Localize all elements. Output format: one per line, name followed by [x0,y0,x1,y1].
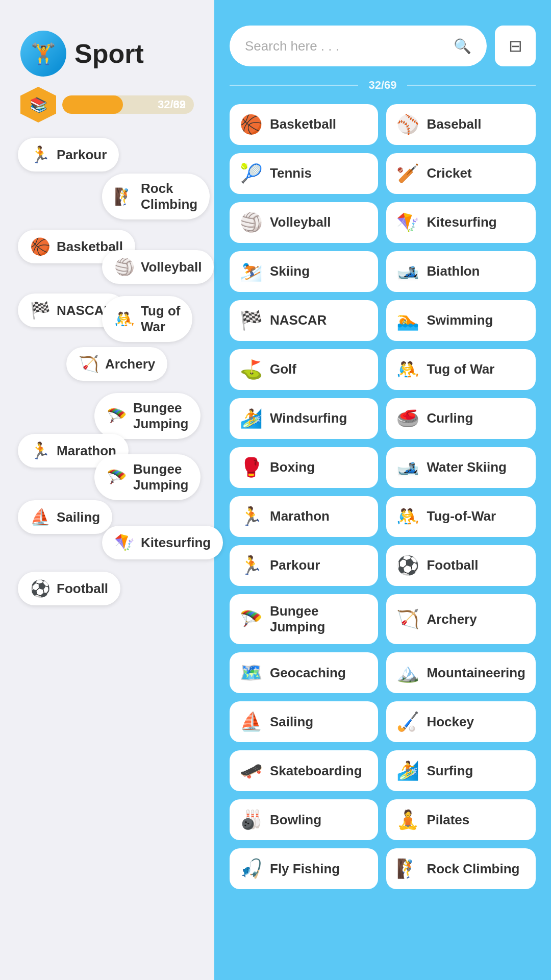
filter-button[interactable]: ⊟ [495,26,536,66]
grid-item-windsurfing[interactable]: 🏄Windsurfing [230,398,378,439]
grid-item-football[interactable]: ⚽Football [386,545,536,586]
count-line-left [230,85,358,86]
progress-bar-fill [62,95,123,114]
grid-item-nascar[interactable]: 🏁NASCAR [230,300,378,341]
left-panel: 🏋️ Sport 📚 32 32/69 🏃 Parkour 🧗 RockClim… [0,0,214,980]
grid-item-surfing[interactable]: 🏄Surfing [386,750,536,791]
grid-item-volleyball[interactable]: 🏐Volleyball [230,202,378,243]
grid-item-tug-of-war[interactable]: 🤼Tug-of-War [386,496,536,537]
grid-item-pilates[interactable]: 🧘Pilates [386,799,536,840]
count-line-right [407,85,536,86]
count-row: 32/69 [230,79,536,92]
grid-item-tug-of-war[interactable]: 🤼Tug of War [386,349,536,390]
grid-item-tennis[interactable]: 🎾Tennis [230,153,378,194]
search-placeholder: Search here . . . [245,38,447,54]
left-tag-tug-of-war[interactable]: 🤼 Tug ofWar [102,296,192,342]
grid-item-parkour[interactable]: 🏃Parkour [230,545,378,586]
left-tag-bungee1[interactable]: 🪂 BungeeJumping [94,393,201,439]
grid-item-skateboarding[interactable]: 🛹Skateboarding [230,750,378,791]
app-logo: 🏋️ [20,31,66,77]
app-title: Sport [74,38,144,69]
grid-item-basketball[interactable]: 🏀Basketball [230,104,378,145]
grid-item-rock-climbing[interactable]: 🧗Rock Climbing [386,848,536,889]
grid-item-skiing[interactable]: ⛷️Skiing [230,251,378,292]
grid-item-baseball[interactable]: ⚾Baseball [386,104,536,145]
grid-item-kitesurfing[interactable]: 🪁Kitesurfing [386,202,536,243]
left-tag-parkour[interactable]: 🏃 Parkour [18,138,119,172]
app-header: 🏋️ Sport [0,0,214,87]
grid-item-bungee-jumping[interactable]: 🪂Bungee Jumping [230,594,378,644]
grid-item-boxing[interactable]: 🥊Boxing [230,447,378,488]
grid-item-curling[interactable]: 🥌Curling [386,398,536,439]
count-label: 32/69 [368,79,396,92]
search-icon[interactable]: 🔍 [454,38,471,55]
grid-item-cricket[interactable]: 🏏Cricket [386,153,536,194]
grid-item-biathlon[interactable]: 🎿Biathlon [386,251,536,292]
search-box[interactable]: Search here . . . 🔍 [230,26,487,66]
grid-item-golf[interactable]: ⛳Golf [230,349,378,390]
grid-item-geocaching[interactable]: 🗺️Geocaching [230,652,378,693]
grid-item-bowling[interactable]: 🎳Bowling [230,799,378,840]
progress-label: 32/69 [158,98,186,111]
left-tag-football[interactable]: ⚽ Football [18,572,120,605]
grid-item-marathon[interactable]: 🏃Marathon [230,496,378,537]
search-row: Search here . . . 🔍 ⊟ [230,26,536,66]
left-tag-rock-climbing[interactable]: 🧗 RockClimbing [102,174,210,219]
left-tag-sailing[interactable]: ⛵ Sailing [18,500,112,534]
grid-item-hockey[interactable]: 🏑Hockey [386,701,536,742]
right-panel: Search here . . . 🔍 ⊟ 32/69 🏀Basketball⚾… [214,0,551,980]
progress-bar-container: 32 32/69 [62,95,194,114]
left-tag-volleyball[interactable]: 🏐 Volleyball [102,250,214,284]
sports-grid: 🏀Basketball⚾Baseball🎾Tennis🏏Cricket🏐Voll… [230,104,536,889]
grid-item-archery[interactable]: 🏹Archery [386,594,536,644]
left-tag-archery[interactable]: 🏹 Archery [66,347,167,381]
grid-item-water-skiing[interactable]: 🎿Water Skiing [386,447,536,488]
grid-item-mountaineering[interactable]: 🏔️Mountaineering [386,652,536,693]
left-tag-bungee2[interactable]: 🪂 BungeeJumping [94,454,201,500]
grid-item-sailing[interactable]: ⛵Sailing [230,701,378,742]
progress-row: 📚 32 32/69 [0,87,214,138]
grid-item-swimming[interactable]: 🏊Swimming [386,300,536,341]
left-tag-kitesurfing[interactable]: 🪁 Kitesurfing [102,526,223,559]
grid-item-fly-fishing[interactable]: 🎣Fly Fishing [230,848,378,889]
badge-hex: 📚 [20,87,56,122]
